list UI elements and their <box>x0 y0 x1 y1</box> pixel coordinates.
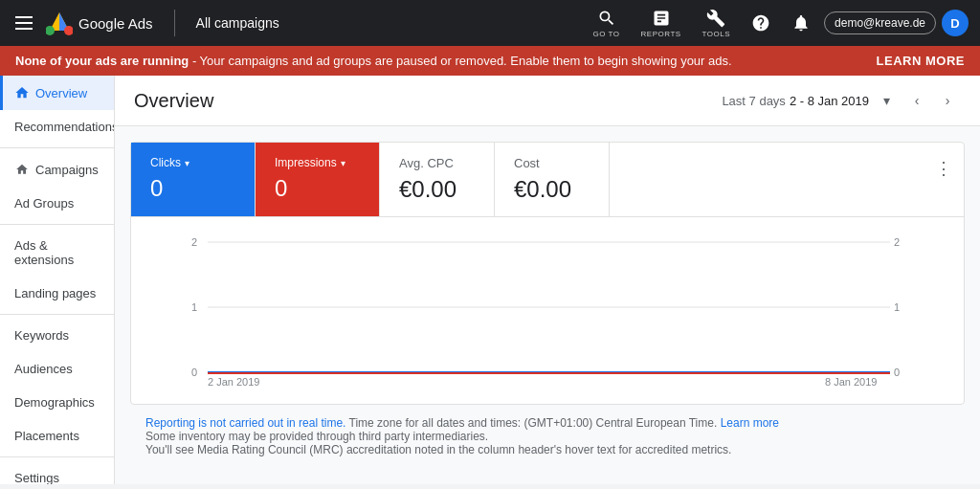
go-to-label: GO TO <box>593 30 620 38</box>
sidebar-item-ads-extensions[interactable]: Ads & extensions <box>0 229 114 277</box>
campaigns-label: Campaigns <box>35 163 99 177</box>
sidebar-divider-4 <box>0 456 114 457</box>
more-options-button[interactable]: ⋮ <box>931 154 956 183</box>
sidebar-item-settings[interactable]: Settings <box>0 461 114 484</box>
date-prev-button[interactable]: ‹ <box>903 87 930 114</box>
sidebar-item-adgroups[interactable]: Ad Groups <box>0 187 114 220</box>
sidebar-item-recommendations[interactable]: Recommendations <box>0 110 114 144</box>
sidebar-item-audiences[interactable]: Audiences <box>0 352 114 386</box>
clicks-value: 0 <box>150 175 235 202</box>
impressions-dropdown-icon: ▾ <box>341 158 345 168</box>
placements-label: Placements <box>14 429 79 443</box>
settings-label: Settings <box>14 471 59 484</box>
ads-extensions-label: Ads & extensions <box>14 238 102 267</box>
campaigns-home-icon <box>14 162 30 177</box>
search-icon <box>597 9 616 28</box>
main-content: Overview Last 7 days 2 - 8 Jan 2019 ▾ ‹ … <box>115 76 980 484</box>
bell-icon <box>791 13 811 33</box>
cost-metric[interactable]: Cost €0.00 <box>495 143 610 216</box>
tools-icon <box>706 9 725 28</box>
impressions-label-row: Impressions ▾ <box>275 156 360 169</box>
sidebar-divider-3 <box>0 314 114 315</box>
chart-svg: 2 1 0 2 1 0 <box>146 233 948 386</box>
sidebar-item-campaigns[interactable]: Campaigns <box>0 152 114 187</box>
avg-cpc-label: Avg. CPC <box>399 156 475 170</box>
alert-bar: None of your ads are running - Your camp… <box>0 46 980 76</box>
go-to-button[interactable]: GO TO <box>586 7 628 40</box>
cost-label: Cost <box>514 156 590 170</box>
app-name: Google Ads <box>78 15 153 32</box>
clicks-dropdown-icon: ▾ <box>185 158 189 168</box>
sidebar-item-overview[interactable]: Overview <box>0 76 114 110</box>
avg-cpc-value: €0.00 <box>399 176 475 203</box>
recommendations-label: Recommendations <box>14 120 115 134</box>
user-avatar[interactable]: D <box>942 10 969 36</box>
date-range: 2 - 8 Jan 2019 <box>790 94 869 108</box>
help-button[interactable] <box>744 11 778 34</box>
alert-bold: None of your ads are running <box>15 54 189 68</box>
overview-label: Overview <box>35 86 87 100</box>
alert-message: - Your campaigns and ad groups are pause… <box>189 54 731 68</box>
alert-text: None of your ads are running - Your camp… <box>15 54 877 68</box>
footer-link-reporting[interactable]: Reporting is not carried out in real tim… <box>145 416 345 430</box>
sidebar-item-placements[interactable]: Placements <box>0 419 114 453</box>
reports-label: REPORTS <box>641 30 681 38</box>
cost-value: €0.00 <box>514 176 590 203</box>
metrics-card: Clicks ▾ 0 Impressions ▾ 0 <box>130 142 965 405</box>
reports-icon <box>652 9 671 28</box>
clicks-label: Clicks <box>150 156 181 169</box>
svg-text:0: 0 <box>191 367 197 378</box>
notifications-button[interactable] <box>784 11 818 34</box>
date-next-button[interactable]: › <box>934 87 961 114</box>
footer-line2: Some inventory may be provided through t… <box>145 430 488 443</box>
learn-more-button[interactable]: LEARN MORE <box>877 54 965 68</box>
svg-text:2 Jan 2019: 2 Jan 2019 <box>208 376 259 386</box>
sidebar: Overview Recommendations Campaigns Ad Gr… <box>0 76 115 484</box>
logo-icon <box>46 10 73 36</box>
footer-text: Reporting is not carried out in real tim… <box>130 405 965 468</box>
date-controls: Last 7 days 2 - 8 Jan 2019 ▾ ‹ › <box>722 87 961 114</box>
home-icon <box>14 85 30 100</box>
nav-right: GO TO REPORTS TOOLS demo@kreave.de D <box>586 7 969 40</box>
reports-button[interactable]: REPORTS <box>634 7 689 40</box>
chart-section: Clicks ▾ 0 Impressions ▾ 0 <box>115 126 980 483</box>
date-label: Last 7 days <box>722 94 786 108</box>
keywords-label: Keywords <box>14 328 69 343</box>
avg-cpc-metric[interactable]: Avg. CPC €0.00 <box>380 143 495 216</box>
tools-button[interactable]: TOOLS <box>695 7 738 40</box>
hamburger-menu[interactable] <box>11 12 36 33</box>
metrics-row: Clicks ▾ 0 Impressions ▾ 0 <box>131 143 964 217</box>
footer-timezone: Time zone for all dates and times: (GMT+… <box>349 416 721 430</box>
adgroups-label: Ad Groups <box>14 196 74 211</box>
nav-divider <box>174 10 175 36</box>
help-icon <box>751 13 770 33</box>
chart-area: 2 1 0 2 1 0 <box>131 217 964 404</box>
top-navigation: Google Ads All campaigns GO TO REPORTS T… <box>0 0 980 46</box>
svg-text:8 Jan 2019: 8 Jan 2019 <box>825 376 877 386</box>
content-header: Overview Last 7 days 2 - 8 Jan 2019 ▾ ‹ … <box>115 76 980 126</box>
account-chip[interactable]: demo@kreave.de <box>824 11 936 34</box>
sidebar-item-landing-pages[interactable]: Landing pages <box>0 277 114 310</box>
page-title: Overview <box>134 90 213 112</box>
svg-text:1: 1 <box>191 301 197 313</box>
impressions-label: Impressions <box>275 156 337 169</box>
svg-text:1: 1 <box>894 301 900 313</box>
google-ads-logo: Google Ads <box>46 10 153 36</box>
landing-pages-label: Landing pages <box>14 286 96 300</box>
footer-learn-more-link[interactable]: Learn more <box>721 416 779 430</box>
tools-label: TOOLS <box>702 30 730 38</box>
sidebar-item-keywords[interactable]: Keywords <box>0 319 114 352</box>
impressions-metric[interactable]: Impressions ▾ 0 <box>256 143 380 216</box>
svg-text:2: 2 <box>894 236 900 248</box>
clicks-metric[interactable]: Clicks ▾ 0 <box>131 143 256 216</box>
section-title: All campaigns <box>196 15 279 31</box>
main-layout: Overview Recommendations Campaigns Ad Gr… <box>0 76 980 484</box>
sidebar-divider-2 <box>0 224 114 225</box>
audiences-label: Audiences <box>14 362 73 376</box>
demographics-label: Demographics <box>14 395 95 410</box>
svg-text:2: 2 <box>191 236 197 248</box>
nav-left: Google Ads All campaigns <box>11 10 586 36</box>
sidebar-item-demographics[interactable]: Demographics <box>0 386 114 419</box>
svg-text:0: 0 <box>894 367 900 378</box>
date-dropdown-button[interactable]: ▾ <box>873 87 900 114</box>
